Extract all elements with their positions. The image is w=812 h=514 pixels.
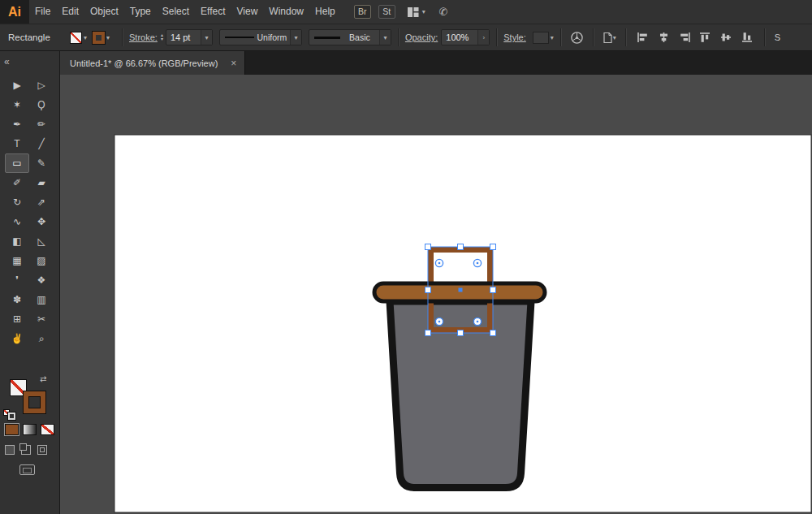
lasso-tool[interactable]: Ϙ — [29, 95, 54, 114]
rectangle-tool[interactable]: ▭ — [5, 153, 29, 173]
selection-handle[interactable] — [458, 330, 464, 336]
chevron-down-icon[interactable]: ▾ — [290, 30, 301, 45]
type-tool[interactable]: T — [5, 134, 29, 153]
gradient-tool[interactable]: ▨ — [29, 251, 54, 270]
tools-grid: ▶▷✶Ϙ✒✏T╱▭✎✐▰↻⇗∿✥◧◺▦▨❜❖✽▥⊞✂✌⌕ — [0, 76, 58, 348]
perspective-grid-tool[interactable]: ◺ — [29, 231, 54, 251]
selection-handle[interactable] — [458, 244, 464, 250]
width-tool[interactable]: ∿ — [5, 212, 29, 231]
step-down-icon[interactable]: ▾ — [161, 37, 163, 41]
shape-builder-tool[interactable]: ◧ — [5, 231, 29, 251]
symbol-sprayer-tool[interactable]: ✽ — [5, 290, 29, 309]
scale-tool[interactable]: ⇗ — [29, 192, 54, 212]
color-button[interactable] — [5, 424, 19, 435]
column-graph-tool[interactable]: ▥ — [29, 290, 54, 309]
selection-handle[interactable] — [425, 244, 431, 250]
align-horizontal-center-icon[interactable] — [658, 32, 670, 43]
gradient-button[interactable] — [23, 424, 37, 435]
mesh-tool[interactable]: ▦ — [5, 251, 29, 270]
menu-item-object[interactable]: Object — [84, 0, 124, 24]
chevron-down-icon: ▾ — [613, 34, 616, 41]
bridge-button[interactable]: Br — [354, 5, 371, 19]
brush-preview — [314, 37, 340, 39]
rotate-tool[interactable]: ↻ — [5, 192, 29, 212]
graphic-style-dropdown[interactable]: ▾ — [533, 32, 554, 44]
align-vertical-top-icon[interactable] — [699, 32, 711, 43]
chevron-down-icon[interactable]: ▾ — [379, 30, 391, 45]
chevron-down-icon[interactable]: ▾ — [201, 30, 212, 45]
stroke-weight-field[interactable]: 14 pt ▾ — [166, 29, 213, 45]
draw-normal-button[interactable] — [5, 445, 15, 455]
draw-behind-button[interactable] — [21, 445, 31, 455]
recolor-artwork-button[interactable] — [570, 31, 584, 45]
default-fill-stroke-button[interactable] — [3, 409, 16, 420]
separator — [560, 28, 561, 46]
stroke-panel-link[interactable]: Stroke: — [129, 32, 158, 42]
stroke-weight-stepper[interactable]: ▴ ▾ — [161, 33, 163, 41]
eraser-tool[interactable]: ▰ — [29, 173, 54, 192]
width-profile-preview — [225, 37, 254, 38]
menu-item-help[interactable]: Help — [309, 0, 341, 24]
selection-tool[interactable]: ▶ — [5, 76, 29, 95]
menu-item-select[interactable]: Select — [157, 0, 195, 24]
drawing-modes-row — [5, 445, 47, 455]
slice-tool[interactable]: ✂ — [29, 309, 54, 329]
align-vertical-center-icon[interactable] — [720, 32, 732, 43]
pen-tool[interactable]: ✒ — [5, 114, 29, 134]
draw-inside-button[interactable] — [37, 445, 47, 455]
app-logo: Ai — [0, 0, 29, 24]
free-transform-tool[interactable]: ✥ — [29, 212, 54, 231]
none-button[interactable] — [41, 424, 54, 435]
width-profile-dropdown[interactable]: Uniform ▾ — [219, 29, 302, 45]
stroke-indicator[interactable] — [24, 391, 45, 413]
swap-fill-stroke-icon[interactable]: ⇄ — [40, 374, 46, 383]
share-icon[interactable]: ✆ — [439, 6, 448, 18]
align-horizontal-left-icon[interactable] — [637, 32, 649, 43]
hand-tool[interactable]: ✌ — [5, 329, 29, 348]
style-panel-link[interactable]: Style: — [503, 32, 526, 42]
document-options-dropdown[interactable]: ▾ — [603, 32, 616, 44]
menu-item-edit[interactable]: Edit — [56, 0, 84, 24]
align-vertical-bottom-icon[interactable] — [741, 32, 754, 43]
selection-handle[interactable] — [490, 287, 496, 293]
opacity-field[interactable]: 100% › — [441, 29, 490, 45]
paintbrush-tool[interactable]: ✎ — [29, 153, 54, 173]
selection-center-point[interactable] — [459, 288, 463, 292]
opacity-open-arrow-icon[interactable]: › — [477, 30, 489, 45]
blend-tool[interactable]: ❖ — [29, 270, 54, 290]
selection-handle[interactable] — [490, 244, 496, 250]
menu-item-effect[interactable]: Effect — [195, 0, 231, 24]
line-segment-tool[interactable]: ╱ — [29, 134, 54, 153]
magic-wand-tool[interactable]: ✶ — [5, 95, 29, 114]
curvature-tool[interactable]: ✏ — [29, 114, 54, 134]
document-tab[interactable]: Untitled-1* @ 66.67% (RGB/Preview) × — [60, 51, 245, 75]
artboard-tool[interactable]: ⊞ — [5, 309, 29, 329]
menu-item-window[interactable]: Window — [263, 0, 309, 24]
bucket-lid-shape[interactable] — [374, 283, 545, 301]
corner-widget-dot — [477, 262, 479, 265]
chevron-down-icon: ▾ — [106, 34, 110, 41]
tab-close-icon[interactable]: × — [231, 58, 236, 69]
align-horizontal-right-icon[interactable] — [679, 32, 691, 43]
fill-swatch-dropdown[interactable]: ▾ — [70, 32, 87, 44]
selection-handle[interactable] — [490, 330, 496, 336]
workspace-switcher[interactable]: ▾ — [407, 6, 425, 18]
selection-handle[interactable] — [425, 287, 431, 293]
brush-definition-dropdown[interactable]: Basic ▾ — [309, 29, 391, 45]
stroke-color-swatch — [93, 32, 105, 44]
eyedropper-tool[interactable]: ❜ — [5, 270, 29, 290]
canvas-area[interactable] — [60, 75, 812, 514]
menu-item-type[interactable]: Type — [124, 0, 157, 24]
shaper-tool[interactable]: ✐ — [5, 173, 29, 192]
collapse-panel-button[interactable]: « — [4, 56, 10, 67]
stock-button[interactable]: St — [378, 5, 395, 19]
screen-mode-button[interactable] — [19, 464, 35, 475]
selection-handle[interactable] — [425, 330, 431, 336]
stroke-swatch-dropdown[interactable]: ▾ — [93, 32, 110, 44]
menu-item-file[interactable]: File — [29, 0, 56, 24]
illustrator-window: Ai FileEditObjectTypeSelectEffectViewWin… — [0, 0, 812, 514]
zoom-tool[interactable]: ⌕ — [29, 329, 54, 348]
opacity-panel-link[interactable]: Opacity: — [405, 32, 438, 42]
menu-item-view[interactable]: View — [231, 0, 264, 24]
direct-selection-tool[interactable]: ▷ — [29, 76, 54, 95]
